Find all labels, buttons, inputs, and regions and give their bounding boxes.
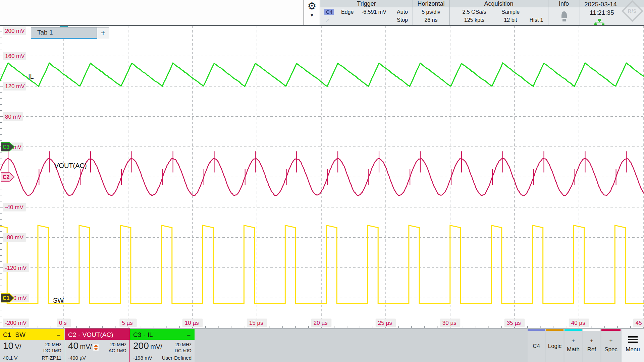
trigger-slope-icon: ↗ bbox=[325, 17, 330, 24]
y-axis-label: -200 mV bbox=[5, 320, 27, 326]
channel-coupling: DC 1MΩ bbox=[43, 348, 61, 353]
channel-scale[interactable]: 10 V/ bbox=[3, 341, 21, 351]
scale-spinner[interactable] bbox=[93, 344, 99, 351]
trigger-level[interactable]: -6.591 mV bbox=[362, 9, 386, 15]
bottom-signal-bar: ·····C1SW–10 V/20 MHzDC 1MΩ40.1 VRT-ZP11… bbox=[0, 328, 644, 362]
channel-bandwidth: 20 MHz bbox=[110, 342, 126, 347]
horizontal-scale[interactable]: 5 µs/div bbox=[413, 9, 449, 15]
trace-label-il: IL bbox=[28, 73, 34, 80]
trigger-mode[interactable]: Auto bbox=[397, 9, 408, 15]
plus-icon: + bbox=[565, 338, 582, 344]
channel-panel-c2[interactable]: ·····C2-VOUT(AC)40 mV/20 MHzAC 1MΩ-400 µ… bbox=[65, 329, 129, 362]
x-axis-label: 35 µs bbox=[507, 320, 521, 326]
trace-label-voutac: VOUT(AC) bbox=[54, 162, 87, 169]
channel-color-strip bbox=[546, 329, 564, 331]
tab-1[interactable]: Tab 1 bbox=[31, 27, 97, 39]
collapse-topbar-icon[interactable]: ▼ bbox=[304, 13, 320, 18]
x-axis-label: 20 µs bbox=[314, 320, 328, 326]
channel-marker-label: C1 bbox=[3, 295, 10, 301]
y-axis-label: 80 mV bbox=[5, 114, 22, 120]
channel-sep: - bbox=[78, 331, 80, 338]
history-count[interactable]: Hist 1 bbox=[525, 17, 547, 23]
add-spec-button[interactable]: +Spec bbox=[601, 329, 621, 362]
channel-header-c3[interactable]: ·····C3-IL– bbox=[130, 329, 195, 340]
logic-button[interactable]: Logic bbox=[546, 329, 564, 362]
channel-scale[interactable]: 40 mV/ bbox=[68, 341, 99, 351]
y-axis-label: 160 mV bbox=[5, 53, 25, 59]
spinner-down-icon bbox=[94, 348, 98, 350]
bell-icon[interactable] bbox=[560, 11, 569, 23]
horizontal-section[interactable]: Horizontal 5 µs/div 26 ns bbox=[413, 0, 449, 25]
channel-offset-value: -400 µV bbox=[68, 355, 86, 361]
channel-bandwidth: 20 MHz bbox=[175, 342, 192, 347]
c4-button[interactable]: C4 bbox=[528, 329, 545, 362]
channel-color-strip bbox=[565, 329, 582, 331]
channel-color-strip bbox=[583, 329, 600, 331]
datetime-section: 2025-03-14 11:21:35 R/S bbox=[580, 0, 644, 25]
x-axis-label: 40 µs bbox=[571, 320, 585, 326]
channel-sep: - bbox=[143, 331, 145, 338]
info-section[interactable]: Info bbox=[548, 0, 580, 25]
x-axis-label: 5 µs bbox=[122, 320, 132, 326]
settings-column[interactable]: ⚙ ▼ bbox=[304, 0, 320, 25]
add-math-button[interactable]: +Math bbox=[565, 329, 582, 362]
minimize-channel-icon[interactable]: – bbox=[57, 329, 60, 341]
channel-body: 200 mV/20 MHzDC 50Ω-198 mVUser-Defined bbox=[130, 340, 195, 362]
scope-grid[interactable]: 200 mV160 mV120 mV80 mV40 mV-40 mV-80 mV… bbox=[0, 26, 644, 328]
menu-button[interactable]: Menu bbox=[622, 329, 644, 362]
probe-dots-icon: ····· bbox=[149, 326, 158, 338]
button-label: Logic bbox=[546, 343, 564, 350]
channel-header-c2[interactable]: ·····C2-VOUT(AC) bbox=[65, 329, 129, 340]
x-axis-label: 45 µs bbox=[636, 320, 644, 326]
date-label: 2025-03-14 bbox=[584, 1, 617, 8]
resolution-bits[interactable]: 12 bit bbox=[496, 17, 525, 23]
waveform-display[interactable]: 200 mV160 mV120 mV80 mV40 mV-40 mV-80 mV… bbox=[0, 26, 644, 328]
channel-panel-c3[interactable]: ·····C3-IL–200 mV/20 MHzDC 50Ω-198 mVUse… bbox=[130, 329, 195, 362]
gear-icon[interactable]: ⚙ bbox=[304, 0, 320, 12]
channel-coupling: DC 50Ω bbox=[175, 348, 192, 353]
channel-header-c1[interactable]: ·····C1SW– bbox=[0, 329, 64, 340]
plus-icon: + bbox=[601, 338, 621, 344]
channel-color-strip bbox=[601, 329, 621, 331]
info-title: Info bbox=[548, 0, 580, 7]
acquisition-title: Acquisition bbox=[449, 0, 548, 7]
network-status-icon[interactable] bbox=[594, 19, 604, 26]
y-axis-label: 200 mV bbox=[5, 28, 25, 34]
time-label: 11:21:35 bbox=[590, 9, 614, 16]
x-axis-label: 25 µs bbox=[378, 320, 392, 326]
channel-id: C3 bbox=[133, 331, 141, 338]
minimize-channel-icon[interactable]: – bbox=[187, 329, 191, 341]
x-axis-label: 0 s bbox=[59, 320, 67, 326]
channel-probe: RT-ZP11 bbox=[42, 355, 61, 361]
channel-id: C1 bbox=[3, 331, 11, 338]
channel-marker-label: C2 bbox=[3, 174, 10, 180]
channel-bandwidth: 20 MHz bbox=[45, 342, 61, 347]
channel-panel-c1[interactable]: ·····C1SW–10 V/20 MHzDC 1MΩ40.1 VRT-ZP11 bbox=[0, 329, 64, 362]
trigger-section[interactable]: Trigger C4 Edge -6.591 mV Auto ↗ Stop bbox=[320, 0, 413, 25]
sw-trace[interactable] bbox=[0, 225, 644, 303]
trigger-title: Trigger bbox=[320, 0, 413, 7]
acquisition-section[interactable]: Acquisition 2.5 GSa/s Sample 125 kpts 12… bbox=[449, 0, 548, 25]
channel-scale[interactable]: 200 mV/ bbox=[133, 341, 162, 351]
hamburger-icon bbox=[628, 336, 638, 344]
y-axis-label: -40 mV bbox=[5, 204, 23, 210]
add-tab-button[interactable]: + bbox=[97, 27, 109, 39]
horizontal-resolution[interactable]: 26 ns bbox=[413, 17, 449, 23]
acquisition-mode[interactable]: Sample bbox=[496, 9, 525, 15]
record-length[interactable]: 125 kpts bbox=[455, 17, 493, 23]
channel-probe: User-Defined bbox=[162, 355, 192, 361]
topbar-blank-area bbox=[0, 0, 304, 25]
button-label: C4 bbox=[528, 343, 545, 350]
trigger-type[interactable]: Edge bbox=[341, 9, 354, 15]
channel-marker-label: C3 bbox=[3, 144, 10, 150]
rohde-schwarz-logo: R/S bbox=[621, 0, 643, 22]
add-ref-button[interactable]: +Ref bbox=[583, 329, 600, 362]
channel-coupling: AC 1MΩ bbox=[109, 348, 126, 353]
button-label: Menu bbox=[622, 346, 644, 353]
il-trace[interactable] bbox=[0, 63, 644, 87]
spinner-up-icon bbox=[94, 345, 98, 347]
trigger-source-badge[interactable]: C4 bbox=[324, 9, 334, 15]
channel-body: 10 V/20 MHzDC 1MΩ40.1 VRT-ZP11 bbox=[0, 340, 64, 362]
trigger-state[interactable]: Stop bbox=[397, 17, 408, 23]
sample-rate[interactable]: 2.5 GSa/s bbox=[455, 9, 493, 15]
